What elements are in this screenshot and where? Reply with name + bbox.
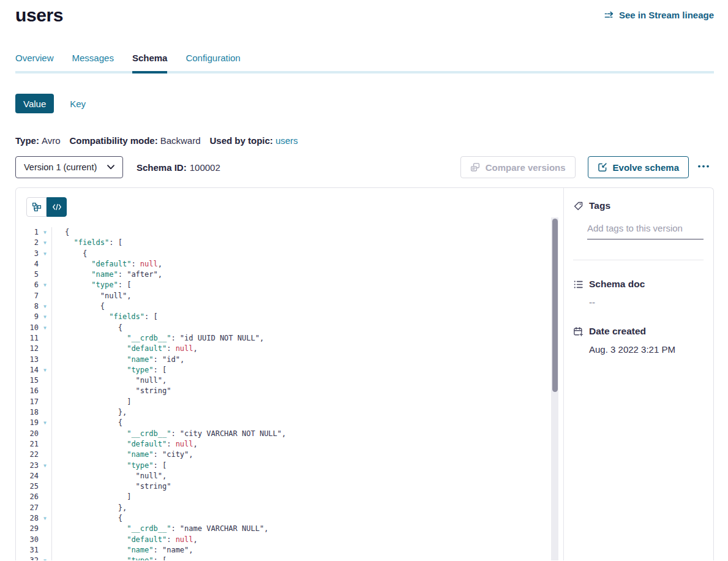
editor-scrollbar-thumb[interactable] bbox=[552, 219, 558, 392]
fold-spacer bbox=[39, 481, 51, 492]
code-text: "string" bbox=[52, 386, 171, 396]
tab-schema[interactable]: Schema bbox=[132, 53, 168, 71]
add-tags-input[interactable] bbox=[587, 223, 704, 239]
fold-spacer bbox=[39, 503, 51, 513]
fold-arrow-icon[interactable]: ▼ bbox=[39, 249, 51, 259]
code-view-button[interactable] bbox=[47, 197, 67, 217]
line-number: 20 bbox=[16, 429, 39, 439]
meta-value: Backward bbox=[160, 135, 201, 146]
tags-title: Tags bbox=[589, 200, 610, 211]
gutter: 14▼ bbox=[16, 365, 52, 375]
code-line: 10▼ { bbox=[16, 323, 563, 333]
code-line: 21 "default": null, bbox=[16, 439, 563, 450]
fold-arrow-icon[interactable]: ▼ bbox=[39, 238, 51, 248]
compare-versions-button[interactable]: Compare versions bbox=[460, 156, 576, 178]
code-text: "name": "city", bbox=[52, 450, 193, 460]
meta-label: Used by topic: bbox=[210, 135, 273, 146]
line-number: 22 bbox=[16, 450, 39, 460]
schema-sidebar: Tags Schema doc bbox=[563, 188, 713, 560]
gutter: 4 bbox=[16, 259, 52, 269]
tab-overview[interactable]: Overview bbox=[15, 53, 54, 71]
code-line: 19▼ { bbox=[16, 418, 563, 428]
meta-value: Avro bbox=[42, 135, 61, 146]
meta-type: Type:Avro bbox=[15, 135, 60, 146]
line-number: 29 bbox=[16, 524, 39, 534]
fold-arrow-icon[interactable]: ▼ bbox=[39, 513, 51, 524]
tab-bar: OverviewMessagesSchemaConfiguration bbox=[15, 53, 714, 73]
version-select-value: Version 1 (current) bbox=[24, 162, 97, 172]
fold-arrow-icon[interactable]: ▼ bbox=[39, 280, 51, 290]
schema-code-pane: 1▼{2▼ "fields": [3▼ {4 "default": null,5… bbox=[16, 188, 563, 560]
fold-arrow-icon[interactable]: ▼ bbox=[39, 418, 51, 428]
value-toggle-button[interactable]: Value bbox=[15, 94, 54, 113]
tag-icon bbox=[573, 201, 584, 211]
code-line: 9▼ "fields": [ bbox=[16, 312, 563, 322]
gutter: 8▼ bbox=[16, 301, 52, 312]
code-line: 11 "__crdb__": "id UUID NOT NULL", bbox=[16, 333, 563, 344]
hierarchy-view-button[interactable] bbox=[26, 197, 47, 217]
code-line: 27 }, bbox=[16, 503, 563, 513]
date-created-value: Aug. 3 2022 3:21 PM bbox=[589, 344, 704, 355]
date-created-title: Date created bbox=[589, 326, 646, 337]
fold-arrow-icon[interactable]: ▼ bbox=[39, 227, 51, 238]
evolve-schema-button[interactable]: Evolve schema bbox=[588, 156, 689, 178]
code-line: 8▼ { bbox=[16, 301, 563, 312]
code-text: "type": [ bbox=[52, 461, 167, 471]
fold-arrow-icon[interactable]: ▼ bbox=[39, 312, 51, 322]
code-text: "default": null, bbox=[52, 259, 162, 269]
fold-arrow-icon[interactable]: ▼ bbox=[39, 365, 51, 375]
code-text: "__crdb__": "city VARCHAR NOT NULL", bbox=[52, 429, 286, 439]
fold-arrow-icon[interactable]: ▼ bbox=[39, 555, 51, 560]
fold-spacer bbox=[39, 535, 51, 545]
line-number: 32 bbox=[16, 555, 39, 560]
fold-spacer bbox=[39, 429, 51, 439]
hierarchy-icon bbox=[32, 202, 42, 212]
tab-messages[interactable]: Messages bbox=[72, 53, 114, 71]
code-text: ] bbox=[52, 397, 131, 407]
fold-arrow-icon[interactable]: ▼ bbox=[39, 323, 51, 333]
meta-value-link[interactable]: users bbox=[276, 135, 298, 146]
date-created-section: Date created Aug. 3 2022 3:21 PM bbox=[573, 326, 704, 355]
line-number: 5 bbox=[16, 269, 39, 280]
line-number: 28 bbox=[16, 513, 39, 524]
gutter: 6▼ bbox=[16, 280, 52, 290]
gutter: 26 bbox=[16, 492, 52, 502]
gutter: 1▼ bbox=[16, 227, 52, 238]
schema-code-editor[interactable]: 1▼{2▼ "fields": [3▼ {4 "default": null,5… bbox=[16, 217, 563, 560]
version-select[interactable]: Version 1 (current) bbox=[15, 156, 123, 178]
line-number: 24 bbox=[16, 471, 39, 481]
code-text: "default": null, bbox=[52, 439, 198, 450]
gutter: 9▼ bbox=[16, 312, 52, 322]
code-line: 25 "string" bbox=[16, 481, 563, 492]
code-line: 30 "default": null, bbox=[16, 535, 563, 545]
line-number: 19 bbox=[16, 418, 39, 428]
gutter: 30 bbox=[16, 535, 52, 545]
gutter: 16 bbox=[16, 386, 52, 396]
line-number: 23 bbox=[16, 461, 39, 471]
code-text: "name": "name", bbox=[52, 545, 193, 555]
code-line: 4 "default": null, bbox=[16, 259, 563, 269]
schema-id-value: 100002 bbox=[190, 162, 220, 173]
list-icon bbox=[573, 279, 584, 290]
fold-spacer bbox=[39, 344, 51, 354]
line-number: 6 bbox=[16, 280, 39, 290]
code-line: 23▼ "type": [ bbox=[16, 461, 563, 471]
code-text: "type": [ bbox=[52, 365, 167, 375]
code-icon bbox=[52, 202, 62, 212]
code-line: 1▼{ bbox=[16, 227, 563, 238]
schema-doc-section: Schema doc -- bbox=[573, 279, 704, 307]
fold-arrow-icon[interactable]: ▼ bbox=[39, 301, 51, 312]
more-options-button[interactable] bbox=[693, 156, 714, 178]
editor-scrollbar[interactable] bbox=[551, 217, 558, 560]
tab-configuration[interactable]: Configuration bbox=[186, 53, 240, 71]
code-text: }, bbox=[52, 407, 127, 418]
gutter: 29 bbox=[16, 524, 52, 534]
code-line: 13 "name": "id", bbox=[16, 355, 563, 365]
schema-meta-row: Type:AvroCompatibility mode:BackwardUsed… bbox=[15, 135, 714, 146]
code-text: { bbox=[52, 513, 122, 524]
fold-arrow-icon[interactable]: ▼ bbox=[39, 461, 51, 471]
key-toggle-button[interactable]: Key bbox=[70, 94, 86, 113]
gutter: 19▼ bbox=[16, 418, 52, 428]
see-in-stream-lineage-link[interactable]: See in Stream lineage bbox=[604, 10, 714, 20]
gutter: 5 bbox=[16, 269, 52, 280]
